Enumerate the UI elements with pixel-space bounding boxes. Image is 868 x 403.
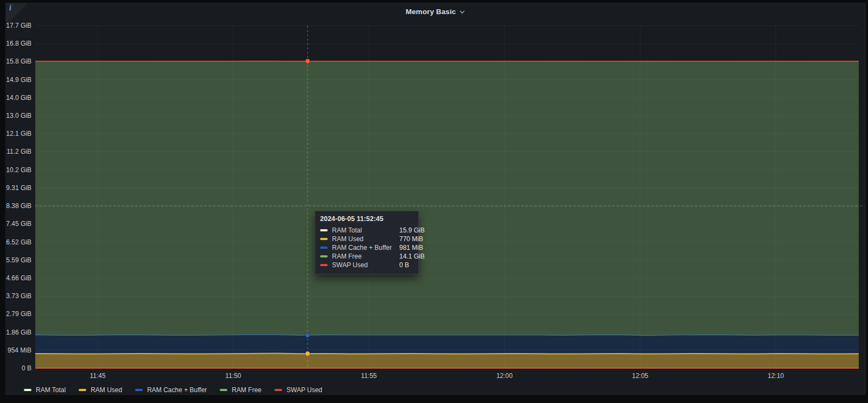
y-axis-label: 15.8 GiB: [6, 58, 31, 65]
y-axis-label: 3.73 GiB: [6, 292, 31, 300]
memory-chart[interactable]: 0 B954 MiB1.86 GiB2.79 GiB3.73 GiB4.66 G…: [0, 0, 868, 403]
tooltip-series-label: RAM Used: [332, 235, 399, 243]
series-swatch: [320, 229, 328, 231]
tooltip-row-ram-cache-buffer: RAM Cache + Buffer981 MiB: [320, 243, 413, 252]
y-axis-label: 1.86 GiB: [6, 329, 31, 336]
tooltip-series-value: 15.9 GiB: [399, 226, 425, 234]
x-axis-label: 11:45: [90, 372, 105, 380]
y-axis-label: 10.2 GiB: [6, 166, 31, 174]
y-axis-label: 12.1 GiB: [6, 130, 31, 137]
y-axis-label: 0 B: [22, 364, 31, 372]
chart-tooltip: 2024-06-05 11:52:45 RAM Total15.9 GiBRAM…: [315, 211, 419, 274]
area-ram-cache-buffer: [35, 335, 859, 354]
tooltip-series-label: RAM Cache + Buffer: [332, 244, 399, 251]
y-axis-label: 11.2 GiB: [7, 148, 31, 155]
area-ram-free: [35, 61, 859, 335]
series-swatch: [320, 238, 328, 240]
series-swatch: [320, 247, 328, 249]
series-swatch: [320, 264, 328, 266]
tooltip-series-label: RAM Free: [332, 253, 399, 260]
tooltip-series-value: 0 B: [399, 261, 413, 269]
hover-dot-ram-total: [305, 59, 310, 64]
y-axis-label: 4.66 GiB: [6, 274, 31, 282]
tooltip-row-swap-used: SWAP Used0 B: [320, 261, 413, 269]
y-axis-label: 2.79 GiB: [6, 310, 31, 318]
tooltip-series-label: SWAP Used: [332, 261, 399, 269]
y-axis-label: 14.0 GiB: [6, 94, 31, 102]
y-axis-label: 9.31 GiB: [6, 184, 31, 192]
y-axis-label: 17.7 GiB: [6, 22, 31, 29]
area-ram-used: [35, 354, 859, 368]
y-axis-label: 954 MiB: [8, 347, 31, 354]
tooltip-series-label: RAM Total: [332, 226, 399, 234]
x-axis-label: 11:50: [225, 372, 241, 380]
tooltip-row-ram-total: RAM Total15.9 GiB: [320, 226, 413, 235]
tooltip-series-value: 14.1 GiB: [399, 253, 425, 260]
hover-dot-ram-cache-buffer: [305, 332, 310, 337]
y-axis-label: 16.8 GiB: [6, 40, 31, 47]
y-axis-label: 13.0 GiB: [6, 112, 31, 119]
x-axis-label: 12:10: [768, 372, 784, 380]
tooltip-series-value: 981 MiB: [399, 244, 423, 251]
x-axis-label: 11:55: [361, 372, 376, 380]
tooltip-row-ram-used: RAM Used770 MiB: [320, 235, 413, 243]
x-axis-label: 12:00: [496, 372, 513, 380]
x-axis-label: 12:05: [632, 372, 648, 380]
y-axis-label: 5.59 GiB: [6, 256, 31, 264]
series-swatch: [320, 255, 328, 257]
tooltip-timestamp: 2024-06-05 11:52:45: [320, 215, 413, 223]
y-axis-label: 8.38 GiB: [6, 202, 31, 210]
y-axis-label: 6.52 GiB: [6, 238, 31, 246]
tooltip-row-ram-free: RAM Free14.1 GiB: [320, 252, 413, 261]
tooltip-series-value: 770 MiB: [399, 235, 423, 243]
y-axis-label: 14.9 GiB: [6, 76, 31, 84]
y-axis-label: 7.45 GiB: [6, 220, 31, 228]
hover-dot-ram-used: [305, 351, 310, 356]
